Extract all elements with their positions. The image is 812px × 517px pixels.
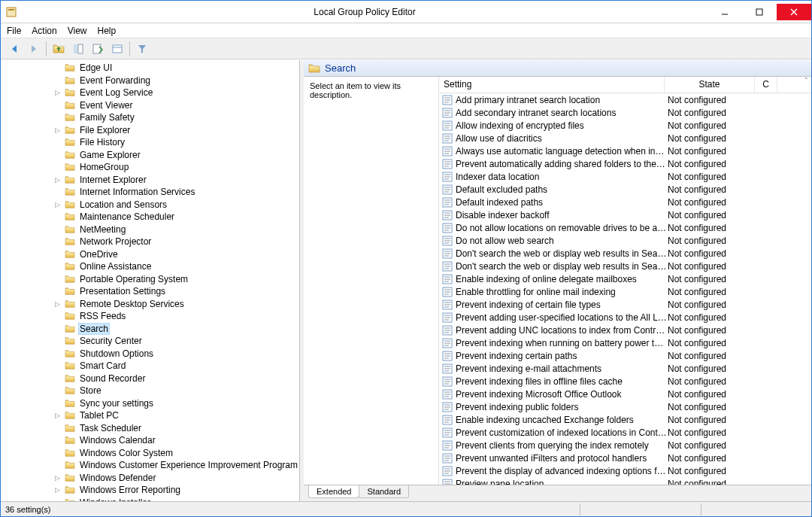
menu-help[interactable]: Help [98, 26, 117, 36]
setting-row[interactable]: Prevent indexing when running on battery… [439, 336, 811, 349]
settings-list[interactable]: Setting State C ˄ Add primary intranet s… [439, 77, 811, 485]
back-button[interactable] [5, 40, 23, 58]
tree-node[interactable]: Edge UI [2, 62, 299, 75]
policy-icon [442, 172, 453, 182]
tree-node[interactable]: Security Center [2, 335, 299, 348]
tree-node[interactable]: Windows Installer [2, 497, 299, 502]
tree-node[interactable]: NetMeeting [2, 224, 299, 236]
col-comment[interactable]: C [755, 77, 777, 93]
tree-node[interactable]: Store [2, 385, 299, 397]
tree-node[interactable]: Family Safety [2, 111, 299, 124]
status-count: 36 setting(s) [5, 505, 51, 514]
setting-row[interactable]: Preview pane locationNot configured [439, 477, 811, 485]
setting-state: Not configured [668, 248, 758, 259]
titlebar: Local Group Policy Editor [1, 1, 811, 23]
setting-row[interactable]: Disable indexer backoffNot configured [439, 208, 811, 221]
setting-row[interactable]: Prevent adding user-specified locations … [439, 311, 811, 324]
show-hide-tree-button[interactable] [69, 40, 87, 58]
tree-node[interactable]: Internet Explorer [2, 174, 299, 187]
setting-state: Not configured [668, 453, 758, 464]
tree-node[interactable]: Game Explorer [2, 149, 299, 162]
setting-row[interactable]: Prevent adding UNC locations to index fr… [439, 324, 811, 336]
setting-state: Not configured [668, 376, 758, 387]
setting-row[interactable]: Enable indexing uncached Exchange folder… [439, 413, 811, 426]
tree-node[interactable]: File Explorer [2, 124, 299, 137]
setting-row[interactable]: Don't search the web or display web resu… [439, 260, 811, 272]
tree-node[interactable]: Task Scheduler [2, 422, 299, 435]
menu-file[interactable]: File [7, 26, 21, 36]
tree-node[interactable]: Windows Defender [2, 472, 299, 485]
maximize-button[interactable] [742, 4, 777, 20]
tree-node[interactable]: Search [2, 323, 299, 336]
tree-node[interactable]: Windows Calendar [2, 434, 299, 447]
setting-row[interactable]: Default excluded pathsNot configured [439, 183, 811, 196]
setting-row[interactable]: Do not allow web searchNot configured [439, 234, 811, 247]
tree-pane[interactable]: Edge UIEvent ForwardingEvent Log Service… [1, 60, 300, 501]
tree-node[interactable]: Sync your settings [2, 397, 299, 410]
tree-node[interactable]: HomeGroup [2, 161, 299, 174]
tree-node[interactable]: Location and Sensors [2, 199, 299, 211]
setting-row[interactable]: Prevent unwanted iFilters and protocol h… [439, 452, 811, 464]
setting-row[interactable]: Prevent indexing Microsoft Office Outloo… [439, 388, 811, 400]
menu-view[interactable]: View [68, 26, 87, 36]
tree-node[interactable]: OneDrive [2, 248, 299, 261]
refresh-button[interactable] [108, 40, 126, 58]
setting-row[interactable]: Always use automatic language detection … [439, 144, 811, 157]
tree-node[interactable]: Presentation Settings [2, 285, 299, 298]
setting-row[interactable]: Enable throttling for online mail indexi… [439, 285, 811, 298]
close-button[interactable] [777, 4, 811, 20]
setting-row[interactable]: Don't search the web or display web resu… [439, 247, 811, 260]
setting-row[interactable]: Prevent automatically adding shared fold… [439, 157, 811, 170]
scroll-up-icon[interactable]: ˄ [804, 77, 808, 84]
tree-node[interactable]: Network Projector [2, 236, 299, 248]
export-button[interactable] [89, 40, 107, 58]
up-button[interactable] [50, 40, 68, 58]
setting-row[interactable]: Indexer data locationNot configured [439, 170, 811, 183]
setting-row[interactable]: Allow use of diacriticsNot configured [439, 132, 811, 144]
filter-button[interactable] [133, 40, 151, 58]
setting-row[interactable]: Prevent indexing certain pathsNot config… [439, 349, 811, 362]
col-state[interactable]: State [665, 77, 755, 93]
setting-row[interactable]: Prevent customization of indexed locatio… [439, 426, 811, 439]
tree-label: Internet Explorer [78, 175, 148, 185]
setting-name: Don't search the web or display web resu… [456, 261, 668, 272]
tree-node[interactable]: Internet Information Services [2, 186, 299, 199]
setting-row[interactable]: Enable indexing of online delegate mailb… [439, 272, 811, 285]
tree-node[interactable]: Shutdown Options [2, 348, 299, 360]
tree-node[interactable]: RSS Feeds [2, 310, 299, 323]
tree-label: Search [78, 323, 110, 335]
setting-row[interactable]: Prevent clients from querying the index … [439, 439, 811, 452]
tree-node[interactable]: Windows Color System [2, 447, 299, 460]
setting-row[interactable]: Prevent indexing e-mail attachmentsNot c… [439, 362, 811, 375]
forward-button[interactable] [25, 40, 43, 58]
tree-node[interactable]: Sound Recorder [2, 373, 299, 385]
tree-node[interactable]: Remote Desktop Services [2, 298, 299, 311]
right-header: Search [304, 60, 811, 77]
tabs-bottom: Extended Standard [304, 485, 811, 501]
setting-row[interactable]: Prevent indexing files in offline files … [439, 375, 811, 388]
tab-standard[interactable]: Standard [359, 485, 409, 498]
tree-node[interactable]: Event Viewer [2, 99, 299, 112]
setting-row[interactable]: Prevent the display of advanced indexing… [439, 464, 811, 477]
col-setting[interactable]: Setting [439, 77, 665, 93]
setting-row[interactable]: Prevent indexing public foldersNot confi… [439, 400, 811, 413]
tree-node[interactable]: Event Log Service [2, 87, 299, 99]
tree-node[interactable]: Maintenance Scheduler [2, 211, 299, 224]
tab-extended[interactable]: Extended [308, 485, 359, 498]
tree-node[interactable]: Windows Customer Experience Improvement … [2, 459, 299, 472]
setting-row[interactable]: Default indexed pathsNot configured [439, 196, 811, 208]
tree-node[interactable]: Portable Operating System [2, 273, 299, 286]
tree-node[interactable]: Smart Card [2, 360, 299, 373]
setting-row[interactable]: Do not allow locations on removable driv… [439, 221, 811, 234]
tree-node[interactable]: Windows Error Reporting [2, 484, 299, 497]
menu-action[interactable]: Action [32, 26, 56, 36]
setting-row[interactable]: Add primary intranet search locationNot … [439, 93, 811, 106]
tree-node[interactable]: Online Assistance [2, 260, 299, 273]
setting-row[interactable]: Add secondary intranet search locationsN… [439, 106, 811, 119]
tree-node[interactable]: File History [2, 136, 299, 149]
minimize-button[interactable] [707, 4, 742, 20]
setting-row[interactable]: Allow indexing of encrypted filesNot con… [439, 119, 811, 132]
tree-node[interactable]: Tablet PC [2, 409, 299, 422]
setting-row[interactable]: Prevent indexing of certain file typesNo… [439, 298, 811, 311]
tree-node[interactable]: Event Forwarding [2, 75, 299, 87]
